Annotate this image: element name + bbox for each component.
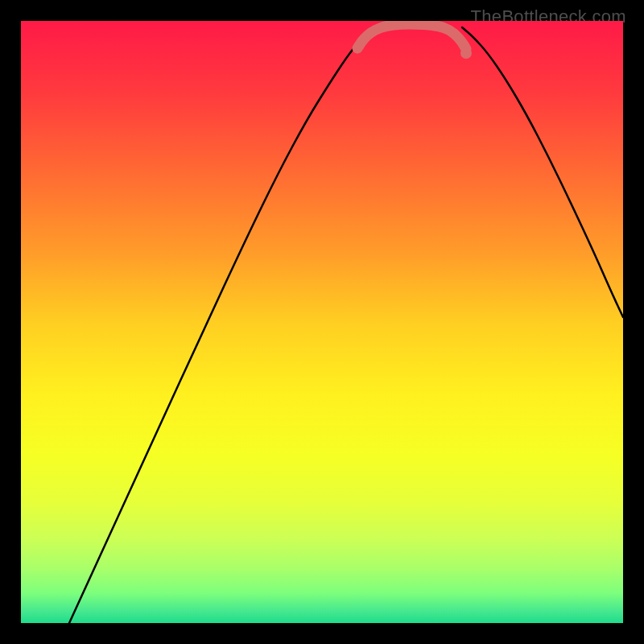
- plot-area: [21, 21, 623, 623]
- marker-layer: [460, 47, 472, 59]
- chart-frame: TheBottleneck.com: [0, 0, 644, 644]
- chart-svg: [21, 21, 623, 623]
- dot-right: [460, 47, 472, 59]
